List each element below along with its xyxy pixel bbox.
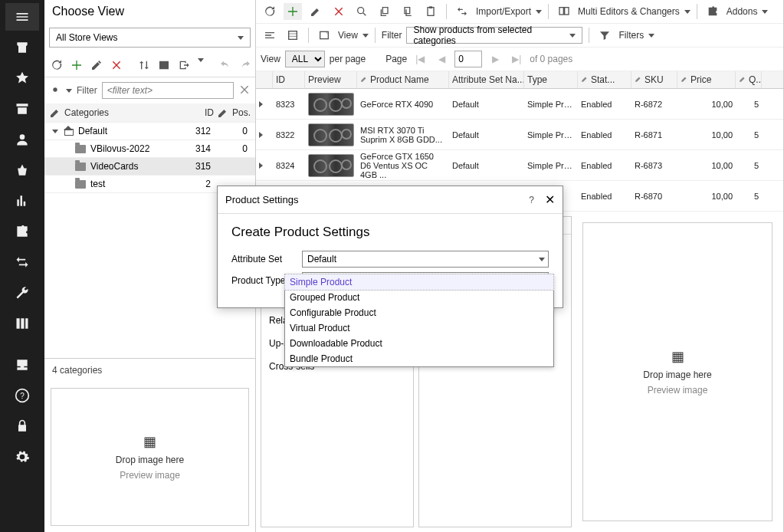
addons-icon[interactable] <box>704 3 722 20</box>
puzzle-icon[interactable] <box>5 218 39 245</box>
gear-icon[interactable] <box>5 443 39 471</box>
tool3-icon[interactable] <box>315 27 333 44</box>
menu-icon[interactable] <box>5 3 39 31</box>
filter-label: Filter <box>77 85 97 96</box>
image-dropzone[interactable]: ▦ Drop image here Preview image <box>51 388 249 526</box>
tree-row[interactable]: Default3120 <box>44 123 255 140</box>
filters-button[interactable]: Filters <box>618 30 644 41</box>
choose-view-title: Choose View <box>44 0 255 28</box>
table-row[interactable]: 8323GeForce RTX 4090DefaultSimple Produc… <box>256 89 783 120</box>
dropdown-option[interactable]: Grouped Product <box>285 290 553 305</box>
edit-icon[interactable] <box>90 58 103 72</box>
store-icon[interactable] <box>5 34 39 61</box>
home-icon <box>63 126 74 136</box>
dropdown-option[interactable]: Virtual Product <box>285 320 553 336</box>
dropdown-option[interactable]: Downloadable Product <box>285 336 553 351</box>
star-icon[interactable] <box>5 64 39 92</box>
category-header: Categories ID Pos. <box>44 103 255 123</box>
redo-icon[interactable] <box>239 58 251 72</box>
grid-col-header[interactable]: Type <box>524 71 578 88</box>
dialog-title: Product Settings <box>225 194 298 205</box>
attib-set-select[interactable]: Default <box>302 251 549 268</box>
grid-col-header[interactable]: Q... <box>736 71 762 88</box>
page-input[interactable] <box>454 51 482 67</box>
main-toolbar: Import/Export Multi Editors & Changers A… <box>256 0 783 24</box>
grid-col-header[interactable]: Product Name <box>357 71 449 88</box>
pager-view-label: View <box>261 54 280 64</box>
grid-col-header[interactable]: Price <box>677 71 736 88</box>
undo-icon[interactable] <box>219 58 231 72</box>
grid-col-header[interactable]: ID <box>273 71 305 88</box>
tool1-icon[interactable] <box>261 27 279 44</box>
copy2-icon[interactable] <box>399 3 417 20</box>
multi-editors-button[interactable]: Multi Editors & Changers <box>578 6 680 17</box>
filter-label2: Filter <box>382 30 402 41</box>
multi-editors-icon[interactable] <box>555 3 573 20</box>
search-icon[interactable] <box>353 3 371 20</box>
first-page-icon[interactable]: |◀ <box>412 51 428 67</box>
image-dropzone-2[interactable]: ▦ Drop image here Preview image <box>582 222 773 521</box>
svg-rect-5 <box>559 8 563 15</box>
export-icon[interactable] <box>178 58 190 72</box>
user-icon[interactable] <box>5 126 39 153</box>
chart-icon[interactable] <box>5 187 39 215</box>
import-export-icon[interactable] <box>453 3 471 20</box>
inbox-icon[interactable] <box>5 351 39 379</box>
folder-icon <box>75 145 86 153</box>
filters-icon[interactable] <box>595 27 614 44</box>
grid-col-header[interactable]: Stat... <box>578 71 631 88</box>
grid-col-header[interactable]: SKU <box>631 71 677 88</box>
help-icon[interactable]: ? <box>5 382 39 409</box>
wrench-icon[interactable] <box>5 279 39 307</box>
filter-mode-select[interactable]: Show products from selected categories <box>406 27 582 44</box>
per-page-select[interactable]: ALL <box>285 51 325 67</box>
view-label[interactable]: View <box>338 30 358 41</box>
attribute-set-label: Attribute Set <box>231 254 297 264</box>
paste-icon[interactable] <box>422 3 440 20</box>
grid-col-header[interactable]: Attribute Set Na... <box>449 71 524 88</box>
tool2-icon[interactable] <box>284 27 302 44</box>
tree-row[interactable]: VBilovus-20223140 <box>44 140 255 158</box>
image-icon[interactable] <box>158 58 170 72</box>
grid-col-header[interactable] <box>256 71 273 88</box>
filter-input[interactable] <box>102 82 234 99</box>
chevron-down-icon[interactable] <box>66 89 72 93</box>
add-button[interactable] <box>284 3 302 20</box>
addons-button[interactable]: Addons <box>727 6 758 17</box>
table-row[interactable]: 8322MSI RTX 3070 Ti Suprim X 8GB GDD...D… <box>256 120 783 150</box>
dropdown-option[interactable]: Configurable Product <box>285 305 553 320</box>
dialog-help-icon[interactable]: ? <box>529 195 534 205</box>
copy-icon[interactable] <box>376 3 394 20</box>
columns-icon[interactable] <box>5 310 39 337</box>
chevron-down-icon[interactable] <box>198 58 204 72</box>
import-export-button[interactable]: Import/Export <box>476 6 531 17</box>
table-row[interactable]: 8324GeForce GTX 1650 D6 Ventus XS OC 4GB… <box>256 150 783 181</box>
next-page-icon[interactable]: ▶ <box>487 51 504 67</box>
left-rail: ? <box>0 0 44 532</box>
prev-page-icon[interactable]: ◀ <box>433 51 450 67</box>
archive-icon[interactable] <box>5 95 39 123</box>
close-icon[interactable]: ✕ <box>545 192 555 207</box>
transfer-icon[interactable] <box>5 248 39 276</box>
category-tree: Default3120VBilovus-20223140VideoCards31… <box>44 123 255 193</box>
refresh-icon[interactable] <box>261 3 279 20</box>
dropdown-option[interactable]: Simple Product <box>284 274 554 291</box>
delete-icon[interactable] <box>110 58 123 72</box>
store-view-select[interactable]: All Store Views <box>49 28 251 48</box>
last-page-icon[interactable]: ▶| <box>508 51 525 67</box>
add-icon[interactable] <box>71 58 83 72</box>
basket-icon[interactable] <box>5 156 39 184</box>
lock-icon[interactable] <box>5 412 39 440</box>
svg-rect-4 <box>429 6 432 8</box>
folder-icon <box>75 180 86 189</box>
settings-icon[interactable] <box>49 84 61 98</box>
refresh-icon[interactable] <box>51 58 63 72</box>
chevron-down-icon <box>238 36 244 40</box>
edit-button[interactable] <box>307 3 325 20</box>
sort-icon[interactable] <box>138 58 150 72</box>
delete-button[interactable] <box>330 3 348 20</box>
tree-row[interactable]: VideoCards315 <box>44 158 255 176</box>
grid-col-header[interactable]: Preview <box>305 71 357 88</box>
clear-filter-icon[interactable] <box>238 84 251 98</box>
dropdown-option[interactable]: Bundle Product <box>285 351 553 366</box>
